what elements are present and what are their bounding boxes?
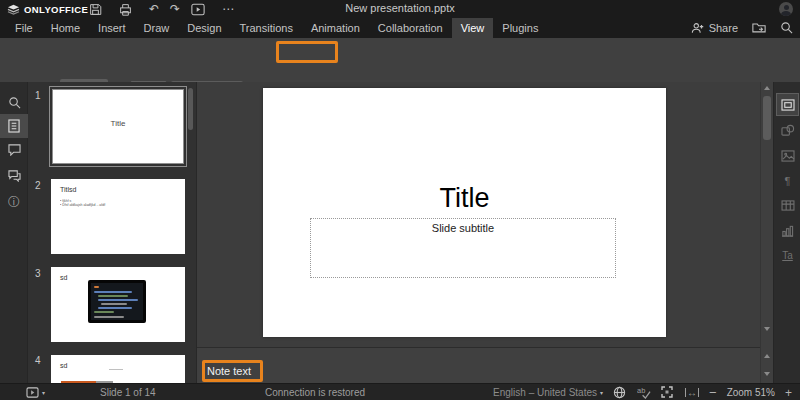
fit-to-slide-statusbar-button[interactable]	[661, 386, 675, 400]
sidebar-item-textart-settings[interactable]: Ta	[777, 245, 798, 266]
slide-thumbnails-panel: 1 Title 2 Titlsd fjkhf s Dfsf afdkajsh a…	[28, 82, 197, 383]
print-icon	[119, 3, 132, 16]
slide-thumbnail-3[interactable]: sd	[51, 267, 185, 342]
zoom-out-button[interactable]: −	[709, 385, 717, 400]
title-bar: ONLYOFFICE ↶ ↷ ⋯ New presentation.pptx	[0, 0, 800, 18]
tab-file[interactable]: File	[6, 18, 42, 38]
sidebar-item-paragraph-settings[interactable]: ¶	[777, 170, 798, 191]
header-search-button[interactable]	[780, 21, 794, 35]
start-slideshow-statusbar-button[interactable]: ▾	[26, 384, 45, 400]
tab-insert[interactable]: Insert	[89, 18, 135, 38]
notes-scroll-up-icon[interactable]	[764, 354, 770, 358]
zoom-in-button[interactable]: +	[785, 386, 792, 400]
share-user-icon	[691, 22, 705, 34]
sidebar-item-comments[interactable]	[0, 138, 28, 162]
right-sidebar: ¶ Ta	[773, 82, 800, 383]
spellcheck-icon: ab	[637, 386, 651, 399]
set-language-button[interactable]	[613, 386, 627, 400]
info-icon: ⓘ	[8, 194, 20, 211]
code-screenshot-image	[88, 280, 146, 323]
subtitle-placeholder[interactable]: Slide subtitle	[310, 218, 616, 278]
redo-icon: ↷	[170, 2, 180, 16]
slide-thumbnail-1[interactable]: Title	[49, 86, 187, 167]
tab-draw[interactable]: Draw	[135, 18, 179, 38]
save-button[interactable]	[86, 1, 104, 17]
scrollbar-thumb[interactable]	[763, 96, 771, 140]
spellcheck-button[interactable]: ab	[637, 386, 651, 400]
language-label: English – United States	[493, 387, 597, 398]
tab-transitions[interactable]: Transitions	[231, 18, 302, 38]
slide-thumbnails-icon	[8, 119, 20, 133]
share-label: Share	[709, 22, 738, 34]
thumbnail-bullets: fjkhf s Dfsf afdkajsh aladfjkd .. afdf	[60, 198, 185, 207]
avatar[interactable]	[779, 2, 793, 16]
image-settings-icon	[781, 150, 795, 162]
sidebar-item-search[interactable]	[0, 90, 28, 114]
zoom-level[interactable]: Zoom 51%	[727, 387, 775, 398]
slide-settings-icon	[781, 99, 795, 111]
app-logo: ONLYOFFICE	[0, 3, 88, 15]
sidebar-item-table-settings[interactable]	[777, 195, 798, 216]
redo-button[interactable]: ↷	[166, 1, 184, 17]
tab-animation[interactable]: Animation	[302, 18, 369, 38]
chevron-down-icon: ▾	[42, 390, 45, 396]
editor-scrollbar[interactable]	[760, 82, 773, 383]
sidebar-item-image-settings[interactable]	[777, 145, 798, 166]
more-icon: ⋯	[222, 2, 234, 16]
left-sidebar: ⓘ	[0, 82, 28, 383]
table-settings-icon	[781, 200, 795, 211]
sidebar-item-about[interactable]: ⓘ	[0, 190, 28, 214]
start-slideshow-icon	[26, 387, 39, 398]
print-button[interactable]	[116, 1, 134, 17]
thumbnails-scrollbar[interactable]	[188, 88, 193, 130]
share-button[interactable]: Share	[691, 22, 738, 34]
sidebar-item-chart-settings[interactable]	[777, 220, 798, 241]
connection-status: Connection is restored	[265, 384, 365, 400]
slide-counter: Slide 1 of 14	[100, 384, 156, 400]
language-selector[interactable]: English – United States ▾	[493, 387, 603, 398]
undo-button[interactable]: ↶	[145, 1, 163, 17]
fit-to-width-statusbar-button[interactable]: ↔	[685, 388, 699, 397]
slide-thumbnail-2[interactable]: Titlsd fjkhf s Dfsf afdkajsh aladfjkd ..…	[51, 179, 185, 254]
tab-design[interactable]: Design	[178, 18, 230, 38]
chart-settings-icon	[781, 225, 794, 237]
sidebar-item-slide-settings[interactable]	[777, 94, 798, 115]
folder-open-icon	[752, 21, 766, 34]
onlyoffice-logo-icon	[7, 3, 20, 15]
slide-subtitle-text[interactable]: Slide subtitle	[311, 222, 615, 234]
slide-number: 3	[35, 268, 41, 279]
tab-collaboration[interactable]: Collaboration	[369, 18, 452, 38]
globe-icon	[613, 386, 626, 399]
comments-icon	[8, 144, 21, 156]
view-toolbar: ✂ Normal SlideMaster 51% ▾ Zoom	[0, 38, 800, 82]
save-icon	[89, 3, 102, 16]
open-file-location-button[interactable]	[752, 21, 766, 35]
slide-canvas[interactable]: Title Slide subtitle	[263, 88, 666, 337]
more-actions-button[interactable]: ⋯	[219, 1, 237, 17]
tab-plugins[interactable]: Plugins	[493, 18, 547, 38]
thumbnail-title: sd	[60, 274, 67, 281]
search-icon	[8, 96, 21, 109]
slide-number: 4	[35, 355, 41, 366]
tab-view[interactable]: View	[452, 18, 494, 38]
thumbnail-title: Title	[50, 119, 186, 128]
app-logo-text: ONLYOFFICE	[24, 4, 88, 15]
start-slideshow-button[interactable]	[189, 1, 207, 17]
sidebar-item-slide-thumbnails[interactable]	[0, 114, 28, 138]
notes-scroll-down-icon[interactable]	[764, 372, 770, 376]
sidebar-item-shape-settings[interactable]	[777, 120, 798, 141]
sidebar-item-chat[interactable]	[0, 164, 28, 188]
tab-home[interactable]: Home	[42, 18, 89, 38]
slide-number: 2	[35, 180, 41, 191]
paragraph-icon: ¶	[785, 175, 791, 187]
slide-number: 1	[35, 90, 41, 101]
thumbnail-title: sd	[60, 362, 67, 369]
fit-to-slide-icon	[661, 386, 673, 398]
note-text[interactable]: Note text	[207, 365, 251, 377]
notes-panel[interactable]: Note text	[197, 347, 760, 383]
scroll-down-icon[interactable]	[764, 327, 770, 331]
slide-title-text[interactable]: Title	[263, 183, 666, 214]
textart-icon: Ta	[782, 250, 793, 261]
scroll-up-icon[interactable]	[764, 86, 770, 90]
shape-settings-icon	[781, 124, 795, 137]
